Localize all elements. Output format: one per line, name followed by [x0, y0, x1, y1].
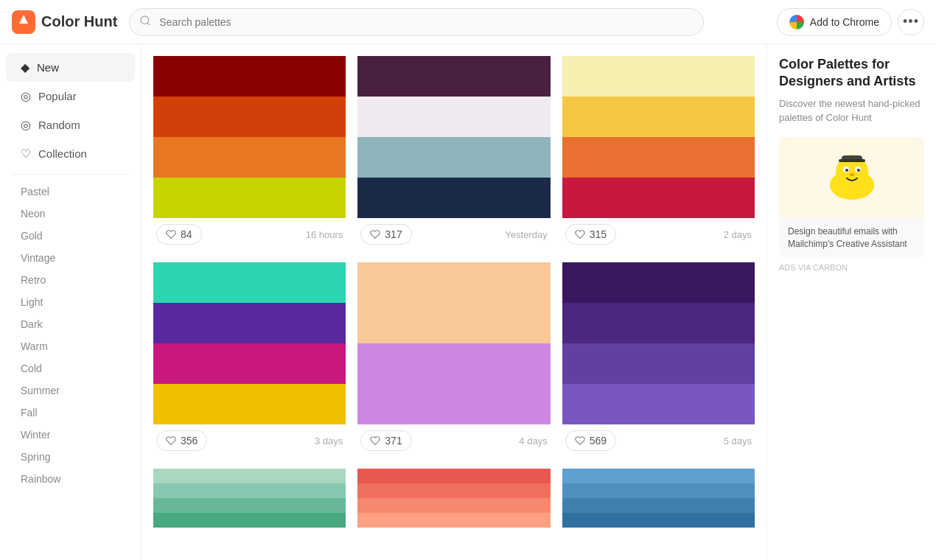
- sidebar-item-random-label: Random: [38, 119, 80, 131]
- palette-colors-2: [357, 56, 550, 218]
- palette-meta-5: 371 4 days: [357, 424, 550, 457]
- palette-card[interactable]: 315 2 days: [562, 56, 755, 251]
- sidebar-tag-gold[interactable]: Gold: [6, 225, 135, 247]
- palette-grid: 84 16 hours 317 Yesterday: [153, 56, 755, 528]
- like-button-6[interactable]: 569: [565, 430, 616, 451]
- sidebar-tag-warm[interactable]: Warm: [6, 335, 135, 357]
- like-count-4: 356: [181, 435, 198, 447]
- palette-card[interactable]: [153, 469, 346, 528]
- time-label-1: 16 hours: [306, 229, 343, 240]
- sidebar-item-popular[interactable]: ◎ Popular: [6, 82, 135, 111]
- palette-colors-3: [562, 56, 755, 218]
- like-button-4[interactable]: 356: [156, 430, 207, 451]
- svg-point-2: [141, 16, 149, 24]
- logo-text: Color Hunt: [41, 13, 117, 30]
- time-label-2: Yesterday: [505, 229, 547, 240]
- ad-card[interactable]: Design beautiful emails with Mailchimp's…: [779, 137, 924, 258]
- search-input[interactable]: [129, 8, 704, 36]
- sidebar-tag-winter[interactable]: Winter: [6, 424, 135, 446]
- palette-card[interactable]: 84 16 hours: [153, 56, 346, 251]
- sidebar-tag-cold[interactable]: Cold: [6, 357, 135, 379]
- sidebar: ◆ New ◎ Popular ◎ Random ♡ Collection Pa…: [0, 44, 142, 560]
- sidebar-divider: [12, 174, 129, 175]
- palette-colors-7: [153, 469, 346, 528]
- chrome-icon: [789, 15, 804, 29]
- promo-description: Discover the newest hand-picked palettes…: [779, 97, 924, 125]
- sidebar-tag-rainbow[interactable]: Rainbow: [6, 468, 135, 490]
- sidebar-tag-neon[interactable]: Neon: [6, 203, 135, 225]
- search-icon: [139, 15, 151, 29]
- like-button-2[interactable]: 317: [360, 224, 411, 245]
- palette-colors-5: [357, 262, 550, 424]
- sidebar-tag-pastel[interactable]: Pastel: [6, 181, 135, 203]
- palette-meta-1: 84 16 hours: [153, 218, 346, 251]
- palette-colors-4: [153, 262, 346, 424]
- time-label-4: 3 days: [315, 435, 343, 447]
- svg-point-9: [857, 169, 860, 172]
- logo-icon: [12, 10, 35, 34]
- header-right: Add to Chrome •••: [777, 8, 924, 36]
- sidebar-tag-light[interactable]: Light: [6, 291, 135, 313]
- palette-meta-6: 569 5 days: [562, 424, 755, 457]
- header: Color Hunt Add to Chrome •••: [0, 0, 936, 44]
- palette-colors-8: [357, 469, 550, 528]
- sidebar-item-collection[interactable]: ♡ Collection: [6, 139, 135, 168]
- sidebar-tag-spring[interactable]: Spring: [6, 446, 135, 468]
- add-to-chrome-button[interactable]: Add to Chrome: [777, 8, 892, 36]
- svg-line-3: [147, 23, 150, 25]
- collection-icon: ♡: [21, 147, 31, 161]
- ads-via-carbon-label: ADS VIA CARBON: [779, 263, 924, 272]
- mailchimp-illustration: [815, 144, 889, 211]
- like-count-1: 84: [181, 228, 192, 240]
- like-button-3[interactable]: 315: [565, 224, 616, 245]
- like-count-6: 569: [590, 435, 607, 447]
- random-icon: ◎: [21, 118, 31, 132]
- time-label-6: 5 days: [724, 435, 752, 447]
- like-button-5[interactable]: 371: [360, 430, 411, 451]
- time-label-3: 2 days: [724, 229, 752, 240]
- ad-image: [779, 137, 924, 218]
- palette-meta-3: 315 2 days: [562, 218, 755, 251]
- svg-rect-12: [839, 159, 865, 162]
- palette-meta-4: 356 3 days: [153, 424, 346, 457]
- palette-colors-6: [562, 262, 755, 424]
- sidebar-tag-retro[interactable]: Retro: [6, 269, 135, 291]
- sidebar-tag-vintage[interactable]: Vintage: [6, 247, 135, 269]
- palette-card[interactable]: [357, 469, 550, 528]
- right-sidebar: Color Palettes for Designers and Artists…: [766, 44, 936, 560]
- add-to-chrome-label: Add to Chrome: [810, 16, 879, 28]
- sidebar-item-new[interactable]: ◆ New: [6, 53, 135, 82]
- sidebar-item-random[interactable]: ◎ Random: [6, 111, 135, 139]
- promo-title: Color Palettes for Designers and Artists: [779, 56, 924, 91]
- palette-card[interactable]: 569 5 days: [562, 262, 755, 457]
- like-count-2: 317: [385, 228, 402, 240]
- svg-point-8: [845, 169, 848, 172]
- more-button[interactable]: •••: [898, 9, 924, 35]
- sidebar-item-new-label: New: [37, 61, 59, 74]
- palette-card[interactable]: [562, 469, 755, 528]
- palette-card[interactable]: 371 4 days: [357, 262, 550, 457]
- like-button-1[interactable]: 84: [156, 224, 202, 245]
- popular-icon: ◎: [21, 89, 31, 103]
- sidebar-item-collection-label: Collection: [38, 147, 87, 160]
- ad-text: Design beautiful emails with Mailchimp's…: [779, 218, 924, 258]
- like-count-5: 371: [385, 435, 402, 447]
- sidebar-tag-fall[interactable]: Fall: [6, 402, 135, 424]
- palette-card[interactable]: 317 Yesterday: [357, 56, 550, 251]
- sidebar-tag-dark[interactable]: Dark: [6, 313, 135, 335]
- palette-meta-2: 317 Yesterday: [357, 218, 550, 251]
- search-bar: [129, 8, 704, 36]
- sidebar-item-popular-label: Popular: [38, 90, 77, 102]
- palette-card[interactable]: 356 3 days: [153, 262, 346, 457]
- palette-content: 84 16 hours 317 Yesterday: [142, 44, 766, 560]
- sidebar-tag-summer[interactable]: Summer: [6, 379, 135, 402]
- like-count-3: 315: [590, 228, 607, 240]
- main-layout: ◆ New ◎ Popular ◎ Random ♡ Collection Pa…: [0, 44, 936, 560]
- logo-link[interactable]: Color Hunt: [12, 10, 117, 34]
- palette-colors-1: [153, 56, 346, 218]
- palette-colors-9: [562, 469, 755, 528]
- new-icon: ◆: [21, 60, 29, 74]
- svg-point-10: [850, 173, 854, 176]
- time-label-5: 4 days: [519, 435, 547, 447]
